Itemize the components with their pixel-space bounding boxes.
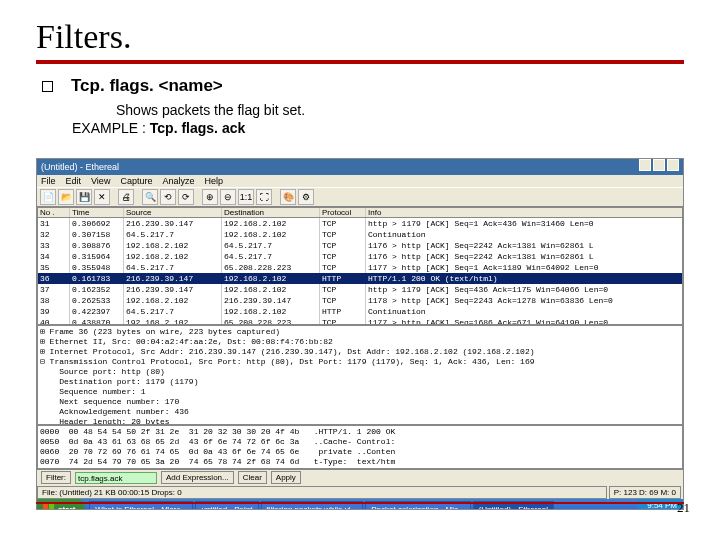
packet-row[interactable]: 330.308876192.168.2.10264.5.217.7TCP1176… [38,240,682,251]
menu-analyze[interactable]: Analyze [162,176,194,186]
toolbar-button[interactable]: ⟲ [160,189,176,205]
filter-toolbar[interactable]: Filter: tcp.flags.ack Add Expression... … [37,469,683,485]
column-header[interactable]: Protocol [320,208,366,217]
filter-syntax: Tcp. flags. <name> [71,76,223,96]
column-header[interactable]: Source [124,208,222,217]
maximize-icon[interactable] [653,159,665,171]
apply-button[interactable]: Apply [271,471,301,484]
toolbar-button[interactable]: 💾 [76,189,92,205]
svg-rect-1 [49,504,54,509]
toolbar-button[interactable]: ✕ [94,189,110,205]
column-header[interactable]: Time [70,208,124,217]
toolbar-button[interactable]: ⊕ [202,189,218,205]
example-prefix: EXAMPLE : [72,120,150,136]
filter-description: Shows packets the flag bit set. [116,102,684,118]
packet-bytes-pane[interactable]: 0000 00 48 54 54 50 2f 31 2e 31 20 32 30… [37,425,683,469]
toolbar[interactable]: 📄📂💾✕🖨🔍⟲⟳⊕⊖1:1⛶🎨⚙ [37,187,683,207]
packet-list-body[interactable]: 310.306692216.239.39.147192.168.2.102TCP… [38,218,682,325]
packet-row[interactable]: 360.161783216.239.39.147192.168.2.102HTT… [38,273,682,284]
toolbar-button[interactable]: 1:1 [238,189,254,205]
menu-bar[interactable]: FileEditViewCaptureAnalyzeHelp [37,175,683,187]
ethereal-window: (Untitled) - Ethereal FileEditViewCaptur… [36,158,684,510]
add-expression-button[interactable]: Add Expression... [161,471,234,484]
toolbar-button[interactable]: ⊖ [220,189,236,205]
packet-row[interactable]: 310.306692216.239.39.147192.168.2.102TCP… [38,218,682,229]
toolbar-button[interactable]: ⟳ [178,189,194,205]
menu-help[interactable]: Help [204,176,223,186]
tray-day: Thursday [644,510,677,511]
packet-details-pane[interactable]: ⊞ Frame 36 (223 bytes on wire, 223 bytes… [37,325,683,425]
footer-underline [36,502,684,504]
packet-row[interactable]: 350.35594864.5.217.765.208.228.223TCP117… [38,262,682,273]
packet-row[interactable]: 400.438870192.168.2.10265.208.228.223TCP… [38,317,682,325]
filter-label-button[interactable]: Filter: [41,471,71,484]
close-icon[interactable] [667,159,679,171]
packet-list-header[interactable]: No .TimeSourceDestinationProtocolInfo [38,208,682,218]
window-titlebar[interactable]: (Untitled) - Ethereal [37,159,683,175]
status-packets: P: 123 D: 69 M: 0 [609,486,681,499]
svg-rect-0 [43,504,48,509]
toolbar-button[interactable]: 🖨 [118,189,134,205]
packet-row[interactable]: 370.162352216.239.39.147192.168.2.102TCP… [38,284,682,295]
window-controls[interactable] [637,159,679,175]
toolbar-button[interactable]: 📂 [58,189,74,205]
start-label: start [58,505,75,510]
status-bar: File: (Untitled) 21 KB 00:00:15 Drops: 0… [37,485,683,499]
title-underline [36,60,684,64]
packet-list-pane[interactable]: No .TimeSourceDestinationProtocolInfo 31… [37,207,683,325]
toolbar-button[interactable]: ⚙ [298,189,314,205]
filter-input[interactable]: tcp.flags.ack [75,472,157,484]
packet-row[interactable]: 380.262533192.168.2.102216.239.39.147TCP… [38,295,682,306]
status-file: File: (Untitled) 21 KB 00:00:15 Drops: 0 [37,486,607,499]
column-header[interactable]: Destination [222,208,320,217]
svg-rect-2 [43,510,48,511]
menu-file[interactable]: File [41,176,56,186]
windows-taskbar[interactable]: start What is Ethereal - Micro...untitle… [37,499,683,510]
slide-title: Filters. [36,18,684,56]
bullet-square-icon [42,81,53,92]
toolbar-button[interactable]: 🎨 [280,189,296,205]
toolbar-button[interactable]: 📄 [40,189,56,205]
page-number: 21 [677,500,690,516]
clear-button[interactable]: Clear [238,471,267,484]
column-header[interactable]: Info [366,208,682,217]
minimize-icon[interactable] [639,159,651,171]
filter-example: EXAMPLE : Tcp. flags. ack [72,120,684,136]
example-value: Tcp. flags. ack [150,120,245,136]
packet-row[interactable]: 340.315964192.168.2.10264.5.217.7TCP1176… [38,251,682,262]
packet-row[interactable]: 320.30715864.5.217.7192.168.2.102TCPCont… [38,229,682,240]
column-header[interactable]: No . [38,208,70,217]
menu-capture[interactable]: Capture [120,176,152,186]
windows-logo-icon [43,504,55,511]
packet-row[interactable]: 390.42239764.5.217.7192.168.2.102HTTPCon… [38,306,682,317]
toolbar-button[interactable]: 🔍 [142,189,158,205]
menu-view[interactable]: View [91,176,110,186]
menu-edit[interactable]: Edit [66,176,82,186]
svg-rect-3 [49,510,54,511]
toolbar-button[interactable]: ⛶ [256,189,272,205]
start-button[interactable]: start [37,499,85,510]
window-title: (Untitled) - Ethereal [41,159,119,175]
